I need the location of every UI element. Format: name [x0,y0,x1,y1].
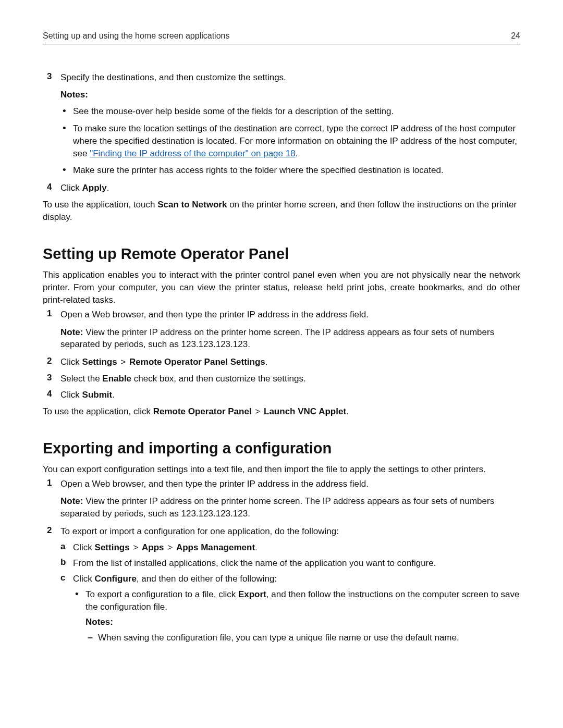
note-lead: Note: [60,327,85,337]
alpha-text: From the list of installed applications,… [73,557,520,570]
step-pre: Click [60,357,82,367]
alpha-text: Click Configure, and then do either of t… [73,573,520,585]
tail-bold: Remote Operator Panel [153,406,252,416]
page-container: Setting up and using the home screen app… [0,0,563,684]
dash-bullet-item: When saving the configuration file, you … [85,632,520,644]
stepA4: 4 Click Apply. [43,182,520,194]
alpha-post: , and then do either of the following: [137,574,277,584]
step-text: Open a Web browser, and then type the pr… [60,478,520,490]
alpha-pre: Click [73,574,95,584]
section-tail: To use the application, touch Scan to Ne… [43,199,520,224]
step-marker: 2 [43,525,60,536]
note-text: View the printer IP address on the print… [60,496,494,519]
step-text: To export or import a configuration for … [60,525,520,537]
section-heading-remote-panel: Setting up Remote Operator Panel [43,245,520,263]
alpha-bold: Settings [95,542,130,552]
alpha-marker: a [60,541,73,552]
step-post: check box, and then customize the settin… [131,374,306,384]
alpha-pre: Click [73,542,95,552]
step-marker: 4 [43,182,60,192]
step-marker: 4 [43,389,60,399]
alpha-bold: Apps Management [176,542,255,552]
substep-c: c Click Configure, and then do either of… [60,573,520,585]
stepB3: 3 Select the Enable check box, and then … [43,373,520,385]
tail-post: . [346,406,349,416]
step-marker: 1 [43,309,60,319]
substep-b: b From the list of installed application… [60,557,520,570]
step-bold: Settings [82,357,117,367]
gt-separator: > [133,542,138,552]
step-post: . [265,357,268,367]
stepA3: 3 Specify the destinations, and then cus… [43,71,520,83]
stepB2: 2 Click Settings > Remote Operator Panel… [43,356,520,368]
header-rule [43,44,520,44]
bullet-item: Make sure the printer has access rights … [60,164,520,177]
step-bold: Submit [82,390,113,400]
step-marker: 2 [43,356,60,366]
step-marker: 3 [43,373,60,383]
alpha-post: . [255,542,258,552]
step-text: Click Settings > Remote Operator Panel S… [60,356,520,368]
alpha-marker: c [60,573,73,583]
alpha-bold: Apps [142,542,164,552]
running-header: Setting up and using the home screen app… [43,31,520,41]
stepC1: 1 Open a Web browser, and then type the … [43,478,520,490]
notes-bullets: See the mouse-over help beside some of t… [60,105,520,177]
stepB1: 1 Open a Web browser, and then type the … [43,309,520,320]
alpha-bold: Configure [95,574,137,584]
alpha-text: Click Settings > Apps > Apps Management. [73,541,520,554]
step-text: Open a Web browser, and then type the pr… [60,309,520,320]
stepC2: 2 To export or import a configuration fo… [43,525,520,537]
step-pre: Select the [60,374,102,384]
tail-pre: To use the application, touch [43,200,157,209]
dash-bullets: When saving the configuration file, you … [85,632,520,644]
step-text-pre: Click [60,183,82,193]
section-intro: You can export configuration settings in… [43,463,520,476]
step-pre: Click [60,390,82,400]
note-block: Note: View the printer IP address on the… [60,495,520,520]
step-bold: Enable [102,374,131,384]
inner-bullets: To export a configuration to a file, cli… [73,588,520,613]
note-text: View the printer IP address on the print… [60,327,494,350]
inner-notes-label: Notes: [85,617,520,627]
step-text-post: . [107,183,109,193]
section-tail: To use the application, click Remote Ope… [43,405,520,418]
step-text-bold: Apply [82,183,107,193]
stepB4: 4 Click Submit. [43,389,520,401]
bullet-item: To make sure the location settings of th… [60,122,520,160]
inner-bullet-item: To export a configuration to a file, cli… [73,588,520,613]
step-marker: 1 [43,478,60,488]
step-text: Specify the destinations, and then custo… [60,71,520,83]
page-number: 24 [511,31,520,41]
step-bold: Remote Operator Panel Settings [129,357,265,367]
tail-pre: To use the application, click [43,406,153,416]
step-marker: 3 [43,71,60,82]
step-text: Click Submit. [60,389,520,401]
running-header-title: Setting up and using the home screen app… [43,31,229,41]
gt-separator: > [167,542,173,552]
step-text: Select the Enable check box, and then cu… [60,373,520,385]
notes-label: Notes: [60,90,520,100]
tail-bold: Scan to Network [157,200,227,209]
gt-separator: > [120,357,126,367]
xref-link[interactable]: "Finding the IP address of the computer"… [90,149,296,158]
ib-bold: Export [238,589,266,599]
section-intro: This application enables you to interact… [43,269,520,306]
gt-separator: > [255,406,260,416]
alpha-marker: b [60,557,73,567]
section-heading-export-import: Exporting and importing a configuration [43,440,520,457]
step-post: . [112,390,115,400]
bullet-text-post: . [296,149,298,158]
bullet-item: See the mouse-over help beside some of t… [60,105,520,118]
step-text: Click Apply. [60,182,520,194]
tail-bold: Launch VNC Applet [264,406,346,416]
note-lead: Note: [60,496,85,506]
ib-pre: To export a configuration to a file, cli… [85,589,238,599]
substep-a: a Click Settings > Apps > Apps Managemen… [60,541,520,554]
note-block: Note: View the printer IP address on the… [60,326,520,351]
